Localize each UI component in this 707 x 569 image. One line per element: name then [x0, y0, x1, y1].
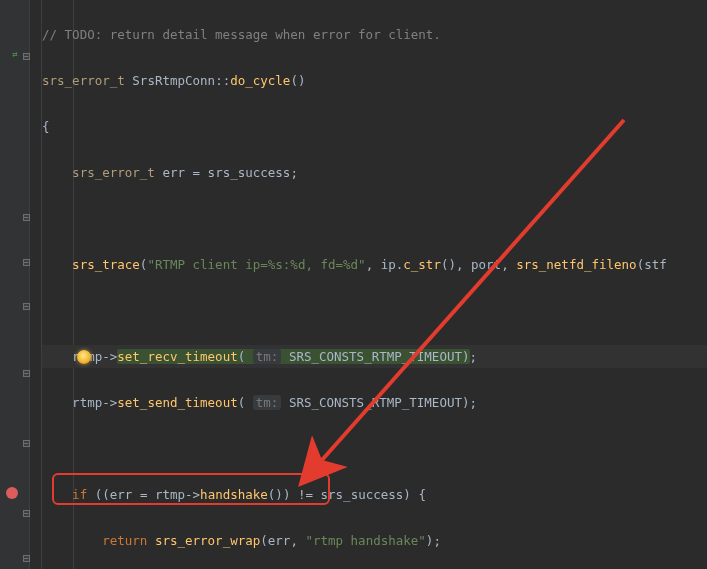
- code-line: [42, 299, 707, 322]
- code-editor[interactable]: // TODO: return detail message when erro…: [30, 0, 707, 569]
- code-line: // TODO: return detail message when erro…: [42, 23, 707, 46]
- param-hint: tm:: [253, 395, 282, 410]
- editor-gutter: ⇄ − − − − − − − −: [0, 0, 30, 569]
- fold-toggle[interactable]: −: [23, 214, 30, 221]
- breakpoint-icon[interactable]: [6, 487, 18, 499]
- fold-toggle[interactable]: −: [23, 555, 30, 562]
- code-line: {: [42, 115, 707, 138]
- param-hint: tm:: [253, 349, 282, 364]
- code-line: srs_error_t err = srs_success;: [42, 161, 707, 184]
- comment: // TODO: return detail message when erro…: [42, 27, 441, 42]
- fold-toggle[interactable]: −: [23, 370, 30, 377]
- code-line: srs_trace("RTMP client ip=%s:%d, fd=%d",…: [42, 253, 707, 276]
- code-line: srs_error_t SrsRtmpConn::do_cycle(): [42, 69, 707, 92]
- code-line: rtmp->set_send_timeout( tm: SRS_CONSTS_R…: [42, 391, 707, 414]
- fold-toggle[interactable]: −: [23, 303, 30, 310]
- fold-toggle[interactable]: −: [23, 440, 30, 447]
- fold-toggle[interactable]: −: [23, 259, 30, 266]
- code-line: return srs_error_wrap(err, "rtmp handsha…: [42, 529, 707, 552]
- intention-bulb-icon[interactable]: [77, 350, 91, 364]
- code-line: [42, 207, 707, 230]
- code-line: [42, 437, 707, 460]
- fold-toggle[interactable]: −: [23, 510, 30, 517]
- code-line: if ((err = rtmp->handshake()) != srs_suc…: [42, 483, 707, 506]
- code-line-current: rtmp->set_recv_timeout( tm: SRS_CONSTS_R…: [42, 345, 707, 368]
- fold-toggle[interactable]: −: [23, 53, 30, 60]
